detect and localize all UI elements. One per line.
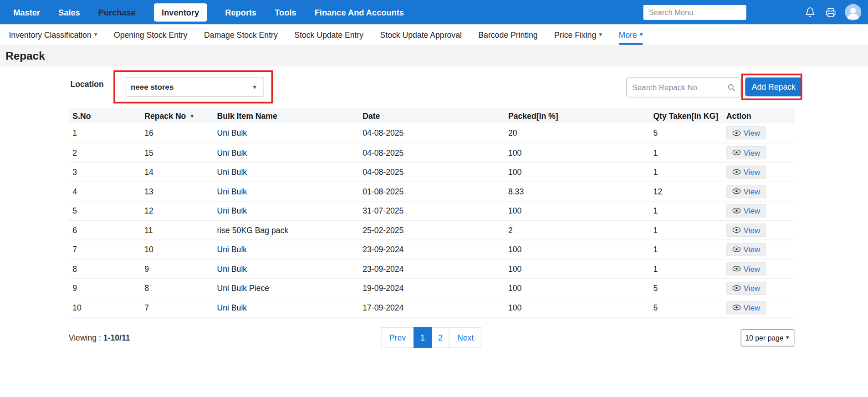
- pagination-next-button[interactable]: Next: [449, 327, 482, 348]
- view-button[interactable]: View: [726, 126, 766, 139]
- table-row: 2 15 Uni Bulk 04-08-2025 100 1 View: [69, 143, 795, 163]
- cell-qty-taken: 12: [649, 182, 722, 201]
- search-icon[interactable]: [727, 83, 735, 92]
- cell-sno: 3: [69, 162, 141, 182]
- cell-sno: 9: [69, 278, 141, 298]
- pagination-page-1[interactable]: 1: [414, 327, 432, 348]
- eye-icon: [732, 130, 740, 136]
- cell-date: 31-07-2025: [359, 201, 505, 220]
- cell-repack-no: 10: [141, 239, 213, 259]
- cell-packed: 20: [504, 123, 649, 143]
- user-avatar[interactable]: [845, 4, 861, 20]
- viewing-summary: Viewing : 1-10/11: [69, 333, 381, 342]
- cell-repack-no: 13: [141, 182, 213, 201]
- chevron-down-icon: ▾: [599, 31, 602, 37]
- cell-action: View: [722, 162, 794, 182]
- per-page-select[interactable]: 10 per page ▼: [740, 329, 794, 346]
- table-row: 9 8 Uni Bulk Piece 19-09-2024 100 5 View: [69, 278, 795, 298]
- cell-packed: 100: [504, 143, 649, 163]
- cell-repack-no: 11: [141, 220, 213, 240]
- menu-purchase[interactable]: Purchase: [98, 7, 136, 17]
- notifications-bell-icon[interactable]: [805, 7, 815, 18]
- subnav-price-fixing[interactable]: Price Fixing ▾: [554, 24, 602, 45]
- menu-search-input[interactable]: [643, 5, 746, 20]
- cell-sno: 5: [69, 201, 141, 220]
- menu-reports[interactable]: Reports: [225, 7, 256, 17]
- chevron-down-icon: ▾: [253, 84, 256, 91]
- viewing-range: 1-10/11: [103, 333, 130, 342]
- subnav-stock-update-entry[interactable]: Stock Update Entry: [294, 24, 363, 45]
- subnav-label: Damage Stock Entry: [204, 30, 278, 39]
- view-button[interactable]: View: [726, 262, 766, 275]
- menu-master[interactable]: Master: [13, 7, 40, 17]
- eye-icon: [732, 169, 740, 175]
- column-qty-taken: Qty Taken[in KG]: [649, 108, 722, 123]
- table-row: 6 11 rise 50KG Bag pack 25-02-2025 2 1 V…: [69, 220, 795, 240]
- cell-qty-taken: 1: [649, 162, 722, 182]
- view-label: View: [744, 225, 761, 234]
- pagination-prev-button[interactable]: Prev: [381, 327, 414, 348]
- print-icon[interactable]: [825, 7, 836, 17]
- column-repack-no[interactable]: Repack No ▼: [141, 108, 213, 123]
- cell-sno: 10: [69, 298, 141, 317]
- subnav-damage-stock-entry[interactable]: Damage Stock Entry: [204, 24, 278, 45]
- cell-bulk-item-name: rise 50KG Bag pack: [213, 220, 359, 240]
- subnav-opening-stock-entry[interactable]: Opening Stock Entry: [114, 24, 188, 45]
- table-body: 1 16 Uni Bulk 04-08-2025 20 5 View 2 15 …: [69, 123, 795, 317]
- add-repack-button[interactable]: Add Repack: [745, 77, 802, 96]
- menu-tools[interactable]: Tools: [275, 7, 296, 17]
- table-row: 8 9 Uni Bulk 23-09-2024 100 1 View: [69, 259, 795, 279]
- cell-sno: 7: [69, 239, 141, 259]
- column-repack-no-label: Repack No: [144, 112, 186, 120]
- location-select[interactable]: neee stores ▾: [126, 77, 264, 97]
- view-button[interactable]: View: [726, 204, 766, 217]
- view-button[interactable]: View: [726, 223, 766, 236]
- subnav-label: Stock Update Entry: [294, 30, 363, 39]
- view-button[interactable]: View: [726, 243, 766, 256]
- eye-icon: [732, 246, 740, 252]
- menu-finance-and-accounts[interactable]: Finance And Accounts: [315, 7, 404, 17]
- subnav-inventory-classification[interactable]: Inventory Classification ▾: [9, 24, 97, 45]
- cell-action: View: [722, 278, 794, 298]
- cell-sno: 1: [69, 123, 141, 143]
- cell-date: 04-08-2025: [359, 123, 505, 143]
- subnav-more[interactable]: More ▾: [618, 24, 643, 45]
- cell-date: 17-09-2024: [359, 298, 505, 317]
- cell-bulk-item-name: Uni Bulk: [213, 162, 359, 182]
- cell-repack-no: 8: [141, 278, 213, 298]
- column-sno: S.No: [69, 108, 141, 123]
- cell-repack-no: 16: [141, 123, 213, 143]
- menu-inventory[interactable]: Inventory: [154, 3, 207, 21]
- sort-descending-icon: ▼: [189, 113, 195, 119]
- app: Master Sales Purchase Inventory Reports …: [0, 0, 868, 397]
- pagination-page-2[interactable]: 2: [431, 327, 449, 348]
- menu-sales[interactable]: Sales: [58, 7, 80, 17]
- cell-action: View: [722, 123, 794, 143]
- table-row: 3 14 Uni Bulk 04-08-2025 100 1 View: [69, 162, 795, 182]
- chevron-down-icon: ▾: [640, 31, 643, 37]
- view-button[interactable]: View: [726, 301, 766, 314]
- eye-icon: [732, 227, 740, 233]
- subnav-barcode-printing[interactable]: Barcode Printing: [478, 24, 537, 45]
- subnav-label: Stock Update Approval: [380, 30, 462, 39]
- column-date: Date: [359, 108, 505, 123]
- view-label: View: [744, 284, 761, 292]
- cell-date: 04-08-2025: [359, 162, 505, 182]
- cell-bulk-item-name: Uni Bulk: [213, 239, 359, 259]
- cell-bulk-item-name: Uni Bulk: [213, 123, 359, 143]
- view-label: View: [744, 303, 761, 312]
- chevron-down-icon: ▾: [94, 31, 97, 37]
- view-button[interactable]: View: [726, 281, 766, 295]
- search-repack-input[interactable]: [626, 77, 741, 97]
- cell-action: View: [722, 259, 794, 279]
- view-button[interactable]: View: [726, 146, 766, 159]
- subnav-label: Price Fixing: [554, 30, 596, 39]
- table-row: 4 13 Uni Bulk 01-08-2025 8.33 12 View: [69, 182, 795, 201]
- cell-qty-taken: 5: [649, 278, 722, 298]
- subnav-stock-update-approval[interactable]: Stock Update Approval: [380, 24, 462, 45]
- cell-action: View: [722, 143, 794, 163]
- view-button[interactable]: View: [726, 165, 766, 178]
- subnav-label: More: [618, 30, 637, 39]
- cell-sno: 2: [69, 143, 141, 163]
- view-button[interactable]: View: [726, 184, 766, 198]
